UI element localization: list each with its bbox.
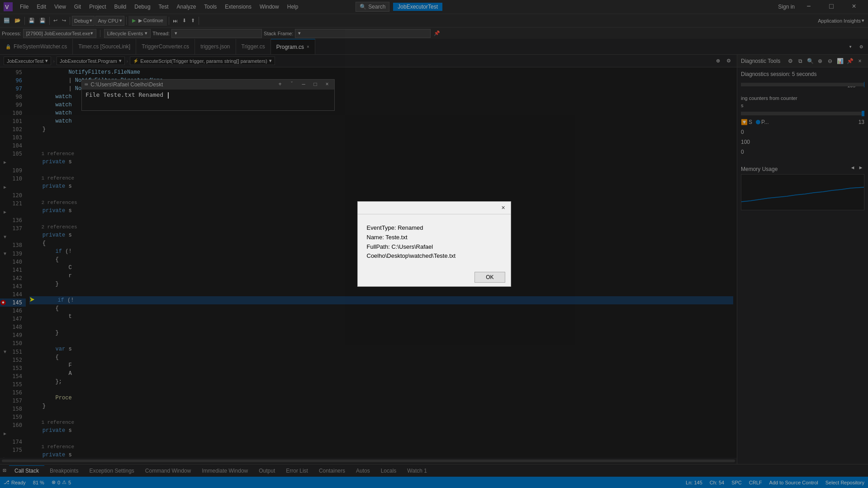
dialog-body: EventType: Renamed Name: Teste.txt FullP… [358, 214, 511, 268]
alert-dialog: × EventType: Renamed Name: Teste.txt Ful… [357, 201, 511, 287]
dialog-overlay: × EventType: Renamed Name: Teste.txt Ful… [0, 0, 868, 488]
dialog-ok-button[interactable]: OK [474, 272, 505, 283]
dialog-event-type: EventType: Renamed [367, 223, 502, 233]
dialog-close-button[interactable]: × [498, 203, 509, 213]
dialog-titlebar: × [358, 202, 511, 214]
dialog-name: Name: Teste.txt [367, 233, 502, 242]
dialog-fullpath: FullPath: C:\Users\Rafael Coelho\Desktop… [367, 242, 502, 261]
dialog-footer: OK [358, 268, 511, 286]
